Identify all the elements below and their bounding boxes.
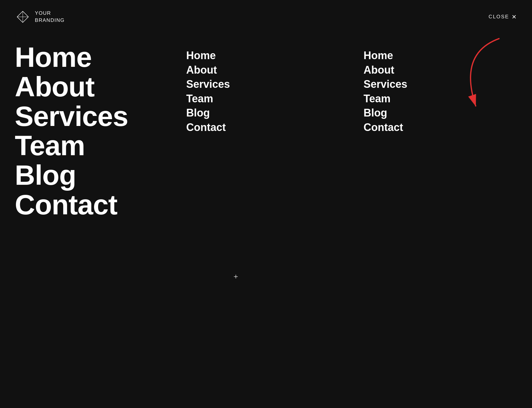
fm-item-team[interactable]: Team — [15, 131, 163, 161]
fm-col2-team[interactable]: Team — [364, 92, 517, 106]
fm-col1: Home About Services Team Blog Contact — [163, 37, 340, 393]
fm-col1-team[interactable]: Team — [186, 92, 340, 106]
close-button[interactable]: CLOSE ✕ — [489, 13, 517, 20]
close-icon: ✕ — [512, 13, 517, 20]
fm-col2-home[interactable]: Home — [364, 48, 517, 63]
fm-col2-about[interactable]: About — [364, 63, 517, 77]
fm-item-services[interactable]: Services — [15, 102, 163, 131]
fm-col2-services[interactable]: Services — [364, 77, 517, 92]
fm-col1-home[interactable]: Home — [186, 48, 340, 63]
fm-logo-text: YOUR BRANDING — [35, 10, 65, 24]
fm-item-home[interactable]: Home — [15, 43, 163, 72]
fm-col1-services[interactable]: Services — [186, 77, 340, 92]
fm-col2-blog[interactable]: Blog — [364, 106, 517, 120]
fm-main-nav: Home About Services Team Blog Contact — [15, 37, 163, 393]
fm-col2-contact[interactable]: Contact — [364, 120, 517, 135]
fm-logo[interactable]: YOUR BRANDING — [15, 9, 65, 25]
fm-item-blog[interactable]: Blog — [15, 161, 163, 190]
fm-item-about[interactable]: About — [15, 72, 163, 102]
fm-header: YOUR BRANDING CLOSE ✕ — [0, 0, 532, 31]
fm-col2: Home About Services Team Blog Contact — [340, 37, 517, 393]
fm-col1-contact[interactable]: Contact — [186, 120, 340, 135]
close-label: CLOSE — [489, 14, 509, 20]
fm-col1-blog[interactable]: Blog — [186, 106, 340, 120]
plus-icon: + — [233, 272, 238, 281]
fullscreen-menu: YOUR BRANDING CLOSE ✕ Home About Service… — [0, 0, 532, 408]
fm-content: Home About Services Team Blog Contact + … — [0, 31, 532, 408]
fm-item-contact[interactable]: Contact — [15, 190, 163, 220]
fm-col1-about[interactable]: About — [186, 63, 340, 77]
fm-logo-icon — [15, 9, 31, 25]
